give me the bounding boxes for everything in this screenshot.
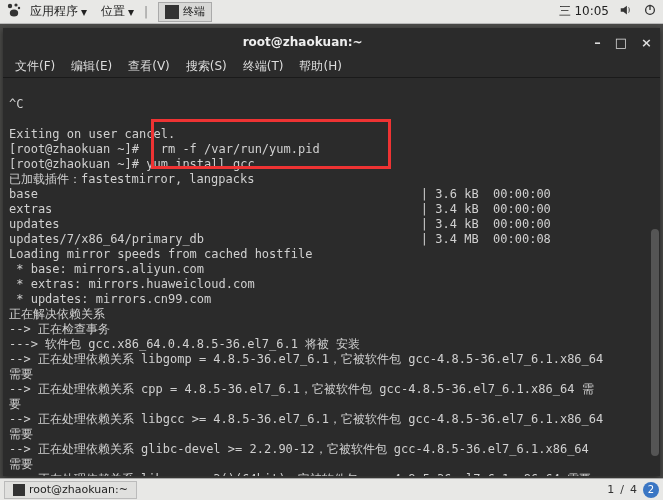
term-line: 已加载插件：fastestmirror, langpacks (9, 172, 254, 186)
taskbar-entry-label: root@zhaokuan:~ (29, 483, 128, 496)
scrollbar-thumb[interactable] (651, 229, 659, 456)
volume-icon[interactable] (619, 3, 633, 20)
term-line: --> 正在处理依赖关系 libmpc.so.3()(64bit)，它被软件包 … (9, 472, 591, 476)
term-line: updates/7/x86_64/primary_db | 3.4 MB 00:… (9, 232, 551, 246)
window-minimize-button[interactable]: – (594, 35, 601, 50)
term-line: Exiting on user cancel. (9, 127, 175, 141)
gnome-foot-icon (6, 2, 22, 21)
taskbar-entry-terminal[interactable]: root@zhaokuan:~ (4, 481, 137, 499)
terminal-window: root@zhaokuan:~ – □ × 文件(F) 编辑(E) 查看(V) … (3, 28, 660, 476)
term-line: 需要 (9, 367, 33, 381)
term-line: ---> 软件包 gcc.x86_64.0.4.8.5-36.el7_6.1 将… (9, 337, 360, 351)
term-line: base | 3.6 kB 00:00:00 (9, 187, 551, 201)
terminal-menubar: 文件(F) 编辑(E) 查看(V) 搜索(S) 终端(T) 帮助(H) (3, 56, 660, 78)
term-line: --> 正在处理依赖关系 glibc-devel >= 2.2.90-12，它被… (9, 442, 589, 456)
term-line: * extras: mirrors.huaweicloud.com (9, 277, 255, 291)
term-line: 要 (9, 397, 21, 411)
svg-point-1 (14, 3, 17, 6)
bottom-panel: root@zhaokuan:~ 1 / 4 2 (0, 478, 663, 500)
term-line: * base: mirrors.aliyun.com (9, 262, 204, 276)
menu-terminal[interactable]: 终端(T) (237, 56, 290, 77)
window-close-button[interactable]: × (641, 35, 652, 50)
terminal-icon (165, 5, 179, 19)
svg-point-0 (8, 4, 12, 8)
workspace-indicator[interactable]: 1 / 4 2 (607, 482, 659, 498)
window-title: root@zhaokuan:~ (11, 35, 594, 49)
menu-edit[interactable]: 编辑(E) (65, 56, 118, 77)
panel-separator: | (142, 5, 150, 19)
terminal-icon (13, 484, 25, 496)
term-line: --> 正在处理依赖关系 cpp = 4.8.5-36.el7_6.1，它被软件… (9, 382, 594, 396)
svg-point-2 (18, 7, 20, 9)
menu-search[interactable]: 搜索(S) (180, 56, 233, 77)
clock[interactable]: 三 10:05 (559, 3, 609, 20)
term-line: --> 正在处理依赖关系 libgomp = 4.8.5-36.el7_6.1，… (9, 352, 603, 366)
term-line: 需要 (9, 457, 33, 471)
workspace-badge[interactable]: 2 (643, 482, 659, 498)
applications-menu[interactable]: 应用程序▾ (24, 1, 93, 22)
svg-point-3 (10, 10, 18, 17)
terminal-scrollbar[interactable] (650, 78, 660, 456)
top-panel: 应用程序▾ 位置▾ | 终端 三 10:05 (0, 0, 663, 24)
power-icon[interactable] (643, 3, 657, 20)
window-titlebar[interactable]: root@zhaokuan:~ – □ × (3, 28, 660, 56)
workspace-total: 4 (630, 483, 637, 496)
terminal-body[interactable]: ^C Exiting on user cancel. [root@zhaokua… (3, 78, 660, 476)
places-menu[interactable]: 位置▾ (95, 1, 140, 22)
workspace-sep: / (620, 483, 624, 496)
workspace-current: 1 (607, 483, 614, 496)
term-line: [root@zhaokuan ~]# rm -f /var/run/yum.pi… (9, 142, 320, 156)
window-maximize-button[interactable]: □ (615, 35, 627, 50)
term-line: * updates: mirrors.cn99.com (9, 292, 211, 306)
term-line: Loading mirror speeds from cached hostfi… (9, 247, 312, 261)
running-app-label: 终端 (183, 4, 205, 19)
menu-help[interactable]: 帮助(H) (293, 56, 347, 77)
term-line: ^C (9, 97, 23, 111)
term-line: [root@zhaokuan ~]# yum install gcc (9, 157, 255, 171)
term-line: extras | 3.4 kB 00:00:00 (9, 202, 551, 216)
term-line: 正在解决依赖关系 (9, 307, 105, 321)
term-line: --> 正在处理依赖关系 libgcc >= 4.8.5-36.el7_6.1，… (9, 412, 603, 426)
term-line: --> 正在检查事务 (9, 322, 110, 336)
menu-file[interactable]: 文件(F) (9, 56, 61, 77)
menu-view[interactable]: 查看(V) (122, 56, 176, 77)
term-line: updates | 3.4 kB 00:00:00 (9, 217, 551, 231)
term-line: 需要 (9, 427, 33, 441)
running-app-terminal[interactable]: 终端 (158, 2, 212, 22)
